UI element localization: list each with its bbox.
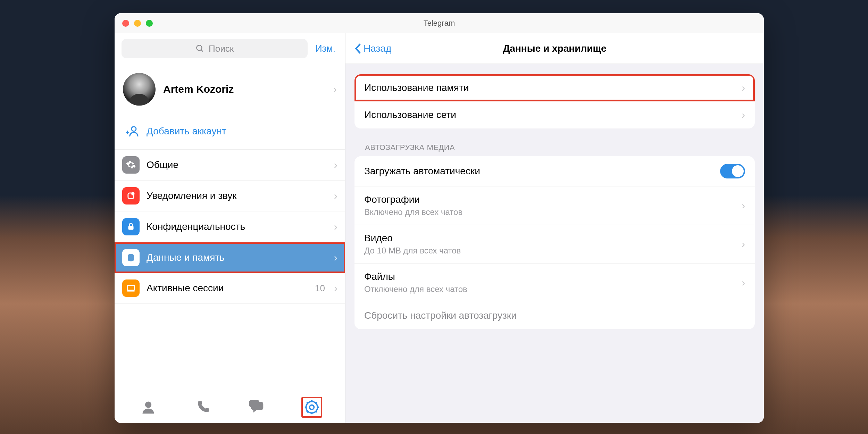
svg-point-0 xyxy=(197,45,202,50)
main-panel: Назад Данные и хранилище Использование п… xyxy=(345,33,764,423)
chevron-right-icon: › xyxy=(742,200,745,211)
row-label: Файлы xyxy=(364,271,742,282)
svg-line-1 xyxy=(201,50,203,51)
svg-line-21 xyxy=(315,402,317,403)
window-title: Telegram xyxy=(115,19,764,28)
chevron-right-icon: › xyxy=(334,221,337,233)
section-header-autodownload: АВТОЗАГРУЗКА МЕДИА xyxy=(354,143,755,156)
row-videos[interactable]: Видео До 10 MB для всех чатов › xyxy=(354,225,755,264)
svg-line-19 xyxy=(315,411,317,412)
display-icon xyxy=(122,279,140,297)
toggle-switch[interactable] xyxy=(720,164,745,178)
sidebar-item-general[interactable]: Общие › xyxy=(115,150,345,181)
search-icon xyxy=(195,44,205,53)
sidebar: Поиск Изм. Artem Kozoriz › Добавить акка… xyxy=(115,33,345,423)
add-account-button[interactable]: Добавить аккаунт xyxy=(115,115,345,149)
row-label: Сбросить настройки автозагрузки xyxy=(364,310,745,321)
settings-list: Общие › Уведомления и звук › Конфиденциа… xyxy=(115,149,345,304)
app-window: Telegram Поиск Изм. Artem Kozoriz › Доба… xyxy=(115,13,764,423)
sidebar-item-privacy[interactable]: Конфиденциальность › xyxy=(115,211,345,242)
row-storage-usage[interactable]: Использование памяти › xyxy=(354,74,755,101)
tabbar xyxy=(115,391,345,423)
row-label: Использование памяти xyxy=(364,82,742,93)
sidebar-item-notifications[interactable]: Уведомления и звук › xyxy=(115,181,345,211)
row-label: Использование сети xyxy=(364,109,742,120)
chevron-right-icon: › xyxy=(334,282,337,294)
main-header: Назад Данные и хранилище xyxy=(345,33,764,64)
add-user-icon xyxy=(126,124,140,138)
profile-row[interactable]: Artem Kozoriz › xyxy=(115,64,345,115)
svg-point-11 xyxy=(145,401,151,408)
row-label: Видео xyxy=(364,233,742,244)
gear-icon xyxy=(122,156,140,174)
row-photos[interactable]: Фотографии Включено для всех чатов › xyxy=(354,186,755,225)
main-body: Использование памяти › Использование сет… xyxy=(345,64,764,340)
database-icon xyxy=(122,249,140,266)
svg-point-2 xyxy=(132,127,136,131)
sidebar-item-label: Конфиденциальность xyxy=(147,221,327,232)
sessions-count-badge: 10 xyxy=(315,283,325,294)
page-title: Данные и хранилище xyxy=(345,43,764,54)
search-row: Поиск Изм. xyxy=(115,33,345,64)
bell-icon xyxy=(122,187,140,205)
chevron-right-icon: › xyxy=(334,159,337,171)
sidebar-item-label: Общие xyxy=(147,159,327,170)
chevron-right-icon: › xyxy=(334,190,337,202)
svg-line-20 xyxy=(307,411,308,412)
chevron-right-icon: › xyxy=(334,252,337,264)
chevron-right-icon: › xyxy=(742,109,745,121)
chevron-right-icon: › xyxy=(742,277,745,289)
sidebar-item-label: Активные сессии xyxy=(147,283,308,294)
row-subtitle: Включено для всех чатов xyxy=(364,207,742,217)
chevron-right-icon: › xyxy=(742,238,745,250)
tab-contacts[interactable] xyxy=(138,397,159,418)
row-label: Фотографии xyxy=(364,194,742,205)
search-placeholder: Поиск xyxy=(209,43,234,54)
row-autodownload-toggle[interactable]: Загружать автоматически xyxy=(354,156,755,186)
svg-point-6 xyxy=(131,192,134,195)
svg-rect-7 xyxy=(128,226,133,230)
edit-button[interactable]: Изм. xyxy=(312,43,338,54)
row-label: Загружать автоматически xyxy=(364,166,720,177)
svg-line-18 xyxy=(307,402,308,403)
chevron-right-icon: › xyxy=(742,82,745,94)
row-reset-autodownload[interactable]: Сбросить настройки автозагрузки xyxy=(354,302,755,329)
add-account-label: Добавить аккаунт xyxy=(147,126,226,137)
tab-chats[interactable] xyxy=(247,397,268,418)
tab-settings[interactable] xyxy=(301,397,322,418)
avatar xyxy=(123,73,156,106)
content: Поиск Изм. Artem Kozoriz › Добавить акка… xyxy=(115,33,764,423)
row-subtitle: Отключено для всех чатов xyxy=(364,284,742,294)
chevron-right-icon: › xyxy=(333,83,337,95)
row-files[interactable]: Файлы Отключено для всех чатов › xyxy=(354,264,755,302)
autodownload-group: Загружать автоматически Фотографии Включ… xyxy=(354,156,755,329)
sidebar-item-sessions[interactable]: Активные сессии 10 › xyxy=(115,273,345,304)
row-network-usage[interactable]: Использование сети › xyxy=(354,101,755,128)
tab-calls[interactable] xyxy=(192,397,213,418)
sidebar-item-label: Уведомления и звук xyxy=(147,190,327,201)
sidebar-item-label: Данные и память xyxy=(147,252,327,263)
sidebar-item-data-storage[interactable]: Данные и память › xyxy=(115,242,345,273)
svg-rect-9 xyxy=(127,285,135,290)
profile-name: Artem Kozoriz xyxy=(163,83,326,95)
row-subtitle: До 10 MB для всех чатов xyxy=(364,246,742,256)
usage-group: Использование памяти › Использование сет… xyxy=(354,74,755,128)
lock-icon xyxy=(122,218,140,235)
titlebar: Telegram xyxy=(115,13,764,33)
search-input[interactable]: Поиск xyxy=(122,39,308,58)
svg-point-12 xyxy=(309,405,314,409)
